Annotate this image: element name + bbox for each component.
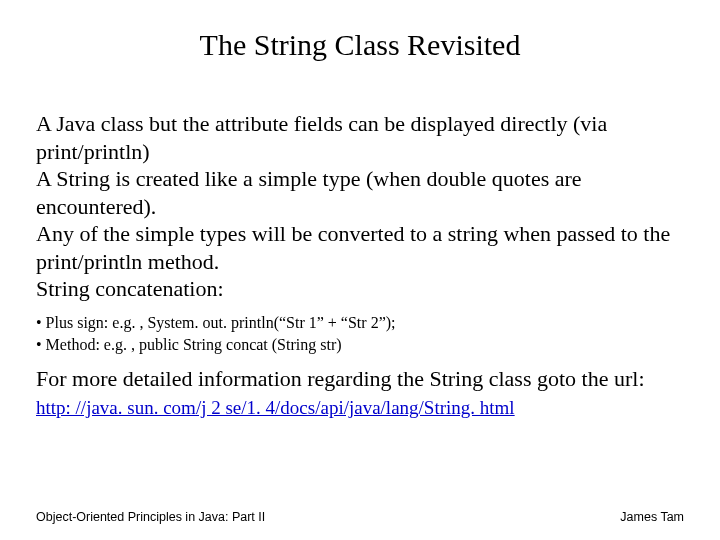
slide-title: The String Class Revisited (36, 28, 684, 62)
slide-footer: Object-Oriented Principles in Java: Part… (36, 510, 684, 524)
footer-left: Object-Oriented Principles in Java: Part… (36, 510, 265, 524)
paragraph: A Java class but the attribute fields ca… (36, 110, 684, 165)
paragraph: String concatenation: (36, 275, 684, 303)
url-link[interactable]: http: //java. sun. com/j 2 se/1. 4/docs/… (36, 396, 515, 420)
slide-body: A Java class but the attribute fields ca… (36, 110, 684, 421)
list-item: Plus sign: e.g. , System. out. println(“… (36, 313, 684, 333)
slide: The String Class Revisited A Java class … (0, 0, 720, 540)
sub-point-list: Plus sign: e.g. , System. out. println(“… (36, 313, 684, 355)
paragraph: A String is created like a simple type (… (36, 165, 684, 220)
list-item: Method: e.g. , public String concat (Str… (36, 335, 684, 355)
paragraph: Any of the simple types will be converte… (36, 220, 684, 275)
footer-right: James Tam (620, 510, 684, 524)
paragraph: For more detailed information regarding … (36, 365, 684, 393)
